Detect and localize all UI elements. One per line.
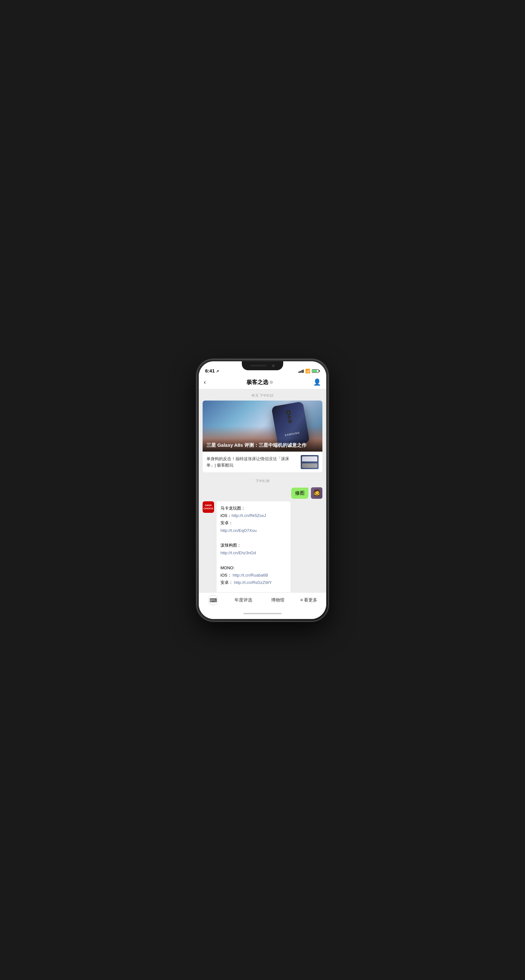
phone-shell: 6:41 ↗ 📶 (197, 360, 328, 621)
bot-line-3: 安卓： (220, 520, 233, 525)
bot-line-8: iOS： (220, 573, 232, 578)
geek-choice-avatar: GEEKCHOICE (203, 501, 214, 513)
battery-tip (319, 370, 320, 372)
signal-bar-3 (301, 370, 302, 373)
thumb-item (302, 457, 317, 461)
article-sub-thumbnail (301, 455, 319, 469)
signal-bar-2 (300, 371, 301, 373)
bot-line-9: 安卓： (220, 580, 233, 585)
article-card[interactable]: SAMSUNG 三星 Galaxy A8s 评测：三星中端机的诚意之作 单 (203, 401, 322, 472)
link-ios-makalong[interactable]: http://t.cn/Rk5ZoxJ (232, 513, 266, 518)
article-sub-text: 单身狗的反击！福特这张床让情侣没法「滚床单」| 极客酷玩 (206, 456, 298, 468)
nav-wifi-icon: ◎ (270, 380, 273, 384)
phone-wrapper: 6:41 ↗ 📶 (197, 360, 328, 621)
front-camera (272, 364, 274, 367)
home-bar (243, 613, 282, 614)
home-indicator (199, 608, 326, 619)
geek-choice-label: GEEKCHOICE (203, 504, 213, 510)
signal-bar-1 (298, 372, 300, 373)
bot-line-2: iOS： (220, 513, 232, 518)
battery-icon (312, 369, 320, 373)
avatar-emoji: 🧔 (312, 489, 321, 497)
keyboard-icon: ⌨ (208, 595, 218, 605)
camera-lens-3 (288, 419, 292, 423)
camera-module (286, 410, 292, 423)
bot-line-7: MONO: (220, 565, 235, 570)
toolbar-annual-button[interactable]: 年度评选 (231, 595, 255, 605)
user-avatar: 🧔 (311, 487, 322, 499)
notch (242, 361, 283, 370)
camera-lens-2 (287, 415, 291, 419)
timestamp-1: 昨天 下午9:52 (199, 390, 326, 401)
bot-message-wrapper: GEEKCHOICE 马卡龙玩图： iOS：http://t.cn/Rk5Zox… (199, 500, 326, 592)
battery-body (312, 369, 319, 373)
battery-fill (312, 370, 317, 372)
link-ios-mono[interactable]: http://t.cn/Ruaba6B (232, 573, 268, 578)
bot-bubble: 马卡龙玩图： iOS：http://t.cn/Rk5ZoxJ 安卓： http:… (217, 501, 290, 592)
chat-content[interactable]: 昨天 下午9:52 (199, 390, 326, 592)
article-sub[interactable]: 单身狗的反击！福特这张床让情侣没法「滚床单」| 极客酷玩 (203, 452, 322, 472)
link-polago[interactable]: http://t.cn/Ehz3nGd (220, 550, 256, 555)
article-main-image: SAMSUNG 三星 Galaxy A8s 评测：三星中端机的诚意之作 (203, 401, 322, 452)
user-bubble: 修图 (291, 488, 308, 499)
profile-button[interactable]: 👤 (313, 378, 321, 386)
wifi-icon: 📶 (305, 369, 310, 374)
link-android-makalong[interactable]: http://t.cn/EqO7Xou (220, 528, 257, 533)
signal-bars-icon (298, 369, 304, 373)
nav-title: 极客之选 ◎ (247, 379, 273, 386)
camera-lens-1 (286, 410, 291, 415)
user-bubble-wrapper: 修图 🧔 (199, 486, 326, 500)
keyboard-symbol: ⌨ (209, 597, 217, 603)
screen: 6:41 ↗ 📶 (199, 361, 326, 619)
timestamp-2: 下午6:38 (199, 475, 326, 486)
toolbar-more-button[interactable]: ≡ 看更多 (300, 597, 317, 603)
bot-avatar: GEEKCHOICE (203, 501, 214, 513)
time-display: 6:41 (205, 368, 215, 374)
thumb-bg (301, 455, 319, 469)
samsung-logo: SAMSUNG (284, 431, 300, 437)
keyboard-button[interactable]: ⌨ (208, 595, 219, 606)
bottom-toolbar: ⌨ 年度评选 博物馆 ≡ 看更多 (199, 592, 326, 608)
link-android-mono[interactable]: http://t.cn/RsGzZWY (233, 580, 272, 585)
speaker (251, 365, 266, 366)
back-button[interactable]: ‹ (204, 379, 206, 385)
status-icons: 📶 (298, 369, 320, 374)
location-arrow-icon: ↗ (216, 369, 219, 373)
bot-line-1: 马卡龙玩图： (220, 506, 245, 511)
nav-title-text: 极客之选 (247, 379, 268, 386)
screen-inner: 6:41 ↗ 📶 (199, 361, 326, 619)
article-main-title: 三星 Galaxy A8s 评测：三星中端机的诚意之作 (203, 439, 322, 452)
toolbar-museum-button[interactable]: 博物馆 (268, 595, 288, 605)
bot-line-5: 泼辣构图： (220, 543, 241, 547)
status-time: 6:41 ↗ (205, 368, 219, 374)
nav-bar: ‹ 极客之选 ◎ 👤 (199, 375, 326, 390)
signal-bar-4 (303, 370, 304, 373)
thumb-item-2 (302, 463, 317, 468)
